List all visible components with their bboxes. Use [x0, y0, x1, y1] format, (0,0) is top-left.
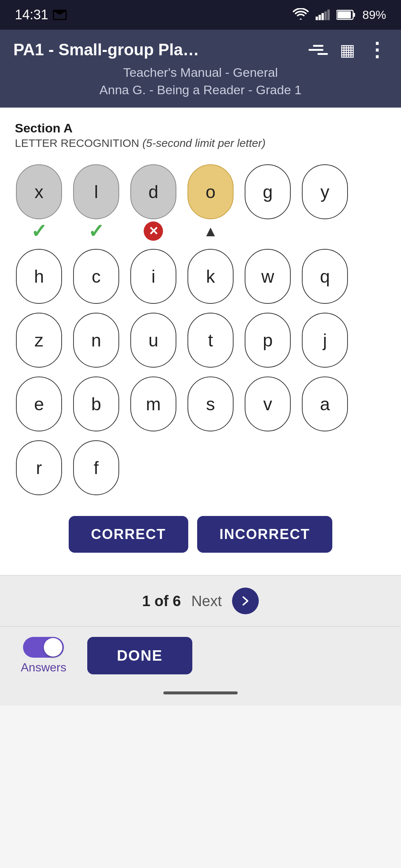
letter-row-5: r f	[15, 437, 386, 498]
letter-bubble-u[interactable]: u	[130, 313, 176, 368]
letter-cell-x: x ✓	[15, 164, 63, 240]
next-button[interactable]	[232, 588, 259, 614]
letter-bubble-o[interactable]: o	[188, 164, 234, 219]
letter-bubble-e[interactable]: e	[16, 377, 62, 431]
letter-bubble-a[interactable]: a	[302, 377, 348, 431]
letter-row-1: x ✓ l ✓ d o ▲	[15, 161, 386, 243]
letter-bubble-h[interactable]: h	[16, 249, 62, 304]
wifi-icon	[293, 8, 309, 22]
letter-row-3: z n u t p j	[15, 310, 386, 371]
letter-cell-c: c	[72, 249, 120, 304]
letter-bubble-p[interactable]: p	[245, 313, 291, 368]
letter-bubble-j[interactable]: j	[302, 313, 348, 368]
letter-cell-o: o ▲	[186, 164, 235, 240]
more-options-icon[interactable]: ⋮	[367, 40, 388, 59]
letter-bubble-l[interactable]: l	[73, 164, 119, 219]
letter-cell-e: e	[15, 377, 63, 431]
svg-rect-3	[325, 11, 327, 20]
section-sublabel-text: LETTER RECOGNITION	[15, 137, 139, 149]
svg-rect-0	[316, 17, 318, 20]
letter-bubble-q[interactable]: q	[302, 249, 348, 304]
letter-row-2: h c i k w q	[15, 246, 386, 307]
indicator-d	[144, 222, 163, 240]
letter-cell-w: w	[244, 249, 292, 304]
header-top: PA1 - Small-group Pla… ▦ ⋮	[13, 40, 388, 59]
email-icon	[53, 10, 67, 20]
letter-cell-s: s	[186, 377, 235, 431]
letter-grid: x ✓ l ✓ d o ▲	[15, 161, 386, 501]
letter-cell-y: y	[301, 164, 349, 240]
letter-cell-k: k	[186, 249, 235, 304]
letter-bubble-w[interactable]: w	[245, 249, 291, 304]
letter-cell-j: j	[301, 313, 349, 368]
header: PA1 - Small-group Pla… ▦ ⋮ Teacher's Man…	[0, 30, 401, 108]
done-button[interactable]: DONE	[87, 637, 193, 674]
indicator-x: ✓	[31, 222, 47, 240]
letter-bubble-i[interactable]: i	[130, 249, 176, 304]
arrow-icon-o: ▲	[203, 224, 218, 239]
header-actions: ▦ ⋮	[309, 40, 388, 59]
section-sublabel-italic: (5-second limit per letter)	[142, 137, 265, 149]
header-subtitle1: Teacher's Manual - General	[13, 65, 388, 80]
battery-percentage: 89%	[362, 8, 386, 22]
letter-bubble-d[interactable]: d	[130, 164, 176, 219]
letter-bubble-c[interactable]: c	[73, 249, 119, 304]
time-display: 14:31	[15, 7, 48, 23]
letter-cell-u: u	[129, 313, 177, 368]
svg-rect-7	[338, 11, 351, 18]
svg-rect-1	[319, 15, 321, 20]
sort-icon[interactable]	[309, 40, 328, 59]
letter-bubble-k[interactable]: k	[188, 249, 234, 304]
letter-bubble-y[interactable]: y	[302, 164, 348, 219]
letter-cell-b: b	[72, 377, 120, 431]
letter-cell-d: d	[129, 164, 177, 240]
svg-rect-4	[327, 10, 330, 20]
letter-bubble-g[interactable]: g	[245, 164, 291, 219]
section-label: Section A	[15, 121, 386, 135]
letter-row-4: e b m s v a	[15, 374, 386, 434]
status-icons: 89%	[293, 8, 386, 22]
letter-bubble-x[interactable]: x	[16, 164, 62, 219]
letter-bubble-t[interactable]: t	[188, 313, 234, 368]
check-icon-l: ✓	[88, 221, 104, 241]
answers-toggle-label: Answers	[21, 661, 66, 674]
letter-cell-q: q	[301, 249, 349, 304]
letter-bubble-v[interactable]: v	[245, 377, 291, 431]
correct-button[interactable]: CORRECT	[69, 516, 188, 553]
battery-icon	[336, 10, 356, 20]
letter-cell-i: i	[129, 249, 177, 304]
status-bar: 14:31 89%	[0, 0, 401, 30]
letter-bubble-n[interactable]: n	[73, 313, 119, 368]
page-total: 6	[173, 593, 181, 609]
letter-bubble-z[interactable]: z	[16, 313, 62, 368]
letter-bubble-m[interactable]: m	[130, 377, 176, 431]
letter-cell-l: l ✓	[72, 164, 120, 240]
svg-rect-6	[353, 13, 355, 17]
home-bar	[163, 691, 238, 694]
letter-cell-g: g	[244, 164, 292, 240]
page-indicator: 1 of 6	[142, 593, 181, 609]
check-icon-x: ✓	[31, 221, 47, 241]
incorrect-button[interactable]: INCORRECT	[197, 516, 332, 553]
main-content: Section A LETTER RECOGNITION (5-second l…	[0, 108, 401, 575]
indicator-o: ▲	[203, 222, 218, 240]
letter-bubble-f[interactable]: f	[73, 440, 119, 495]
letter-bubble-r[interactable]: r	[16, 440, 62, 495]
signal-icon	[316, 8, 330, 22]
chevron-right-icon	[239, 594, 252, 608]
next-label: Next	[191, 593, 222, 609]
answers-toggle[interactable]	[23, 637, 64, 658]
indicator-l: ✓	[88, 222, 104, 240]
header-subtitle2: Anna G. - Being a Reader - Grade 1	[13, 83, 388, 97]
bottom-toolbar: Answers DONE	[0, 626, 401, 685]
toggle-knob	[44, 638, 62, 657]
letter-bubble-b[interactable]: b	[73, 377, 119, 431]
letter-cell-h: h	[15, 249, 63, 304]
barcode-icon[interactable]: ▦	[340, 40, 355, 59]
letter-cell-z: z	[15, 313, 63, 368]
page-of: of	[154, 593, 173, 609]
letter-cell-r: r	[15, 440, 63, 495]
letter-bubble-s[interactable]: s	[188, 377, 234, 431]
footer-nav: 1 of 6 Next	[0, 575, 401, 626]
action-buttons: CORRECT INCORRECT	[15, 516, 386, 553]
